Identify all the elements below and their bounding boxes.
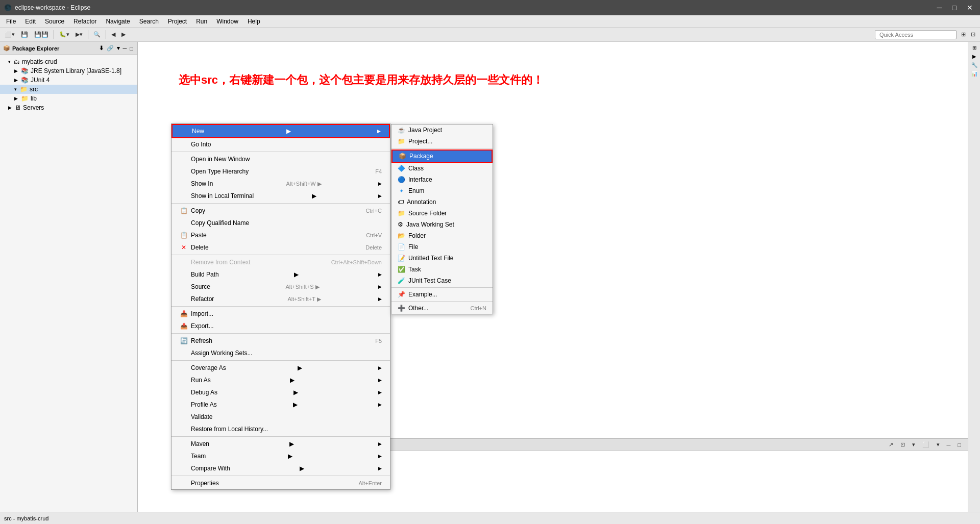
panel-max-btn[interactable]: □ (129, 45, 134, 52)
ctx-open-new-window[interactable]: Open in New Window (172, 153, 390, 165)
ctx-remove-context-left: Remove from Context (180, 258, 251, 266)
menu-source[interactable]: Source (41, 17, 68, 26)
toolbar-layout-btn[interactable]: ⊡ (968, 30, 978, 39)
submenu-class[interactable]: 🔷 Class (391, 163, 493, 174)
perspective-btn[interactable]: ⊞ (959, 30, 968, 39)
quick-access-input[interactable] (875, 30, 957, 39)
ctx-export[interactable]: 📤 Export... (172, 320, 390, 332)
toolbar-run-btn[interactable]: ▶▾ (73, 30, 85, 39)
panel-collapse-btn[interactable]: ⬇ (98, 44, 105, 52)
submenu-java-working-set[interactable]: ⚙ Java Working Set (391, 219, 493, 230)
submenu-annotation[interactable]: 🏷 Annotation (391, 196, 493, 208)
console-toolbar-btn-3[interactable]: ▾ (910, 440, 918, 450)
ctx-assign-working-left: Assign Working Sets... (180, 349, 253, 357)
menu-window[interactable]: Window (212, 17, 242, 26)
ctx-show-in[interactable]: Show In Alt+Shift+W ▶ (172, 178, 390, 190)
ctx-go-into[interactable]: Go Into (172, 138, 390, 151)
toolbar-new-btn[interactable]: ⬜▾ (2, 30, 17, 39)
tree-item-junit[interactable]: ▶ 📚 JUnit 4 (0, 76, 137, 85)
ctx-source[interactable]: Source Alt+Shift+S ▶ (172, 281, 390, 293)
ctx-copy-qualified[interactable]: Copy Qualified Name (172, 217, 390, 229)
console-toolbar-btn-2[interactable]: ⊡ (898, 440, 908, 450)
menu-run[interactable]: Run (192, 17, 211, 26)
ctx-import[interactable]: 📥 Import... (172, 308, 390, 320)
ctx-new[interactable]: New ▶ (172, 124, 390, 138)
console-maximize-btn[interactable]: □ (955, 440, 964, 450)
ctx-refresh[interactable]: 🔄 Refresh F5 (172, 335, 390, 347)
submenu-task[interactable]: ✅ Task (391, 264, 493, 275)
toolbar-save-all-btn[interactable]: 💾💾 (32, 30, 51, 39)
console-toolbar-btn-1[interactable]: ↗ (886, 440, 896, 450)
submenu-other[interactable]: ➕ Other... Ctrl+N (391, 303, 493, 314)
ctx-compare-with-icon (180, 464, 188, 472)
menu-project[interactable]: Project (164, 17, 191, 26)
ctx-profile-as[interactable]: Profile As ▶ (172, 398, 390, 411)
menu-navigate[interactable]: Navigate (102, 17, 134, 26)
ctx-delete-left: ✕ Delete (180, 243, 209, 252)
console-toolbar-btn-4[interactable]: ⬜ (920, 440, 932, 450)
right-icon-2[interactable]: ▶ (969, 53, 979, 60)
minimize-button[interactable]: ─ (934, 3, 945, 13)
submenu-enum[interactable]: 🔹 Enum (391, 185, 493, 196)
ctx-copy[interactable]: 📋 Copy Ctrl+C (172, 205, 390, 217)
ctx-team[interactable]: Team ▶ (172, 450, 390, 462)
toolbar-forward-btn[interactable]: ▶ (119, 30, 128, 39)
ctx-validate[interactable]: Validate (172, 411, 390, 423)
toolbar-debug-btn[interactable]: 🐛▾ (57, 30, 72, 39)
ctx-refactor[interactable]: Refactor Alt+Shift+T ▶ (172, 293, 390, 305)
ctx-properties-label: Properties (191, 480, 219, 487)
submenu-file[interactable]: 📄 File (391, 241, 493, 253)
right-icon-4[interactable]: 📊 (969, 70, 979, 78)
ctx-paste[interactable]: 📋 Paste Ctrl+V (172, 229, 390, 241)
ctx-compare-with[interactable]: Compare With ▶ (172, 462, 390, 475)
submenu-source-folder[interactable]: 📁 Source Folder (391, 208, 493, 219)
tree-item-servers[interactable]: ▶ 🖥 Servers (0, 103, 137, 112)
panel-min-btn[interactable]: ─ (122, 45, 128, 52)
submenu-project[interactable]: 📁 Project... (391, 136, 493, 147)
ctx-team-label: Team (191, 453, 206, 460)
arrow-jre: ▶ (14, 68, 18, 73)
toolbar-save-btn[interactable]: 💾 (18, 30, 31, 39)
maximize-button[interactable]: □ (949, 3, 960, 13)
submenu-java-project[interactable]: ☕ Java Project (391, 124, 493, 136)
ctx-debug-as[interactable]: Debug As ▶ (172, 386, 390, 398)
ctx-restore-history[interactable]: Restore from Local History... (172, 423, 390, 435)
console-minimize-btn[interactable]: ─ (944, 440, 953, 450)
menu-help[interactable]: Help (243, 17, 264, 26)
panel-menu-btn[interactable]: ▾ (116, 44, 121, 52)
right-icon-3[interactable]: 🔧 (969, 61, 979, 69)
ctx-properties[interactable]: Properties Alt+Enter (172, 477, 390, 489)
tree-item-jre[interactable]: ▶ 📚 JRE System Library [JavaSE-1.8] (0, 66, 137, 76)
toolbar-back-btn[interactable]: ◀ (109, 30, 118, 39)
toolbar-search-btn[interactable]: 🔍 (91, 30, 103, 39)
ctx-run-as[interactable]: Run As ▶ (172, 374, 390, 386)
ctx-refresh-shortcut: F5 (375, 338, 382, 344)
menu-refactor[interactable]: Refactor (69, 17, 101, 26)
panel-link-btn[interactable]: 🔗 (106, 44, 115, 52)
menu-edit[interactable]: Edit (21, 17, 40, 26)
submenu-untitled-text[interactable]: 📝 Untitled Text File (391, 253, 493, 264)
submenu-package[interactable]: 📦 Package (391, 149, 493, 163)
ctx-open-type-hierarchy[interactable]: Open Type Hierarchy F4 (172, 165, 390, 178)
ctx-source-icon (180, 283, 188, 291)
submenu-junit-test[interactable]: 🧪 JUnit Test Case (391, 275, 493, 286)
tree-item-mybatis-crud[interactable]: ▾ 🗂 mybatis-crud (0, 57, 137, 66)
ctx-delete[interactable]: ✕ Delete Delete (172, 241, 390, 254)
ctx-remove-context[interactable]: Remove from Context Ctrl+Alt+Shift+Down (172, 256, 390, 268)
ctx-coverage-as[interactable]: Coverage As ▶ (172, 362, 390, 374)
ctx-run-as-icon (180, 376, 188, 384)
right-icon-1[interactable]: ⊞ (969, 44, 979, 52)
tree-item-src[interactable]: ▾ 📁 src (0, 85, 137, 94)
menu-search[interactable]: Search (135, 17, 163, 26)
console-toolbar-btn-5[interactable]: ▾ (934, 440, 942, 450)
submenu-folder[interactable]: 📂 Folder (391, 230, 493, 241)
menu-file[interactable]: File (2, 17, 20, 26)
ctx-maven[interactable]: Maven ▶ (172, 438, 390, 450)
ctx-build-path[interactable]: Build Path ▶ (172, 268, 390, 281)
close-button[interactable]: ✕ (964, 3, 976, 13)
ctx-assign-working[interactable]: Assign Working Sets... (172, 347, 390, 359)
ctx-show-local[interactable]: Show in Local Terminal ▶ (172, 190, 390, 202)
submenu-interface[interactable]: 🔵 Interface (391, 174, 493, 185)
submenu-example[interactable]: 📌 Example... (391, 289, 493, 300)
tree-item-lib[interactable]: ▶ 📁 lib (0, 94, 137, 103)
